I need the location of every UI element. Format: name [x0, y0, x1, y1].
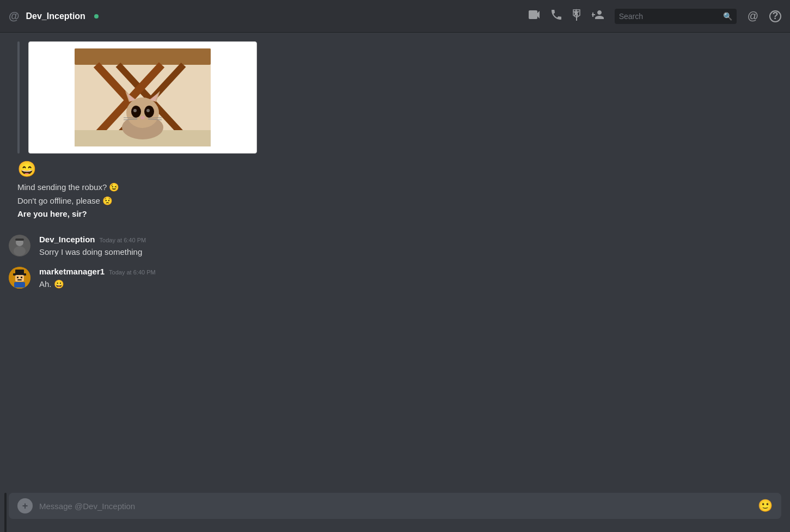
online-indicator: [94, 14, 99, 19]
message-group-market: marketmanager1 Today at 6:40 PM Ah. 😀: [9, 267, 781, 291]
svg-rect-33: [21, 277, 22, 278]
search-icon: 🔍: [723, 12, 732, 21]
dev-inception-author: Dev_Inception: [39, 235, 95, 244]
message-input-area: + 🙂: [0, 493, 790, 532]
svg-point-18: [146, 109, 150, 112]
svg-rect-34: [17, 279, 22, 280]
svg-rect-3: [75, 48, 211, 65]
market-message-content: marketmanager1 Today at 6:40 PM Ah. 😀: [39, 267, 781, 291]
svg-rect-35: [14, 282, 25, 288]
search-box[interactable]: 🔍: [615, 9, 737, 24]
avatar-market: [9, 267, 30, 289]
cat-image: [75, 48, 211, 146]
messages-container[interactable]: 😄 Mind sending the robux? 😉 Don't go off…: [0, 33, 790, 493]
message-group-dev: Dev_Inception Today at 6:40 PM Sorry I w…: [9, 235, 781, 259]
svg-rect-32: [17, 277, 19, 278]
market-author: marketmanager1: [39, 267, 105, 276]
at-symbol: @: [9, 10, 20, 22]
market-avatar-svg: [9, 267, 30, 289]
help-icon[interactable]: ?: [769, 10, 781, 22]
image-card: [28, 41, 257, 154]
message-input-box: + 🙂: [9, 493, 781, 519]
phone-call-icon[interactable]: [552, 10, 561, 22]
channel-username: Dev_Inception: [26, 11, 85, 21]
mention-icon[interactable]: @: [748, 10, 758, 22]
market-timestamp: Today at 6:40 PM: [109, 269, 156, 276]
video-call-icon[interactable]: [529, 10, 541, 22]
avatar-dev: [9, 235, 30, 256]
message-line-3: Are you here, sir?: [17, 208, 781, 221]
dev-inception-message-content: Dev_Inception Today at 6:40 PM Sorry I w…: [39, 235, 781, 259]
svg-point-26: [14, 246, 26, 256]
main-area: 😄 Mind sending the robux? 😉 Don't go off…: [0, 33, 790, 532]
message-line-1: Mind sending the robux? 😉: [17, 181, 781, 194]
svg-rect-30: [15, 270, 24, 275]
header-icons: 🔍 @ ?: [529, 9, 781, 24]
svg-rect-27: [15, 239, 24, 241]
svg-point-17: [133, 109, 137, 112]
market-message-header: marketmanager1 Today at 6:40 PM: [39, 267, 781, 276]
chat-area: 😄 Mind sending the robux? 😉 Don't go off…: [0, 33, 790, 532]
image-section: [9, 41, 781, 154]
svg-point-10: [126, 97, 159, 128]
message-line-2: Don't go offline, please 😟: [17, 195, 781, 207]
dev-inception-text: Sorry I was doing something: [39, 246, 781, 259]
add-attachment-button[interactable]: +: [17, 498, 33, 513]
svg-point-19: [140, 116, 145, 119]
pin-icon[interactable]: [572, 9, 581, 23]
add-friend-icon[interactable]: [592, 10, 604, 22]
emoji-picker-button[interactable]: 🙂: [758, 499, 773, 513]
search-input[interactable]: [619, 12, 720, 21]
standalone-emoji: 😄: [17, 160, 781, 178]
dev-inception-message-header: Dev_Inception Today at 6:40 PM: [39, 235, 781, 244]
message-input[interactable]: [39, 502, 751, 511]
left-bar: [17, 41, 20, 154]
market-text: Ah. 😀: [39, 278, 781, 291]
text-section: 😄 Mind sending the robux? 😉 Don't go off…: [9, 160, 781, 222]
dev-avatar-svg: [9, 235, 30, 256]
header: @ Dev_Inception: [0, 0, 790, 33]
svg-rect-31: [15, 275, 24, 282]
scrollbar-thumb[interactable]: [4, 493, 7, 532]
dev-inception-timestamp: Today at 6:40 PM: [100, 237, 146, 243]
